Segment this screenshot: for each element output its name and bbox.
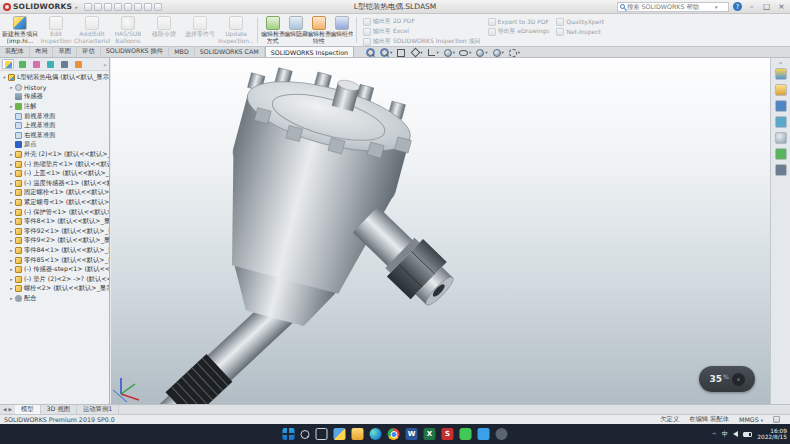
headsup-caret-icon[interactable]: ▾ — [469, 50, 471, 55]
headsup-tool-button[interactable] — [396, 48, 406, 57]
tree-item[interactable]: 传感器 — [0, 92, 109, 102]
taskbar-icon[interactable] — [301, 430, 310, 439]
command-tab[interactable]: 草图 — [53, 46, 77, 57]
command-tab[interactable]: SOLIDWORKS Inspection — [265, 46, 354, 57]
command-tab[interactable]: 评估 — [77, 46, 101, 57]
tree-expand-icon[interactable]: ▸ — [8, 286, 15, 291]
taskbar-icon[interactable] — [283, 428, 295, 440]
tree-item[interactable]: ▸ (-) 垫片 (2)<2> ->? (默认<<默认>_... — [0, 274, 109, 284]
tree-item[interactable]: ▸ 螺栓<2> (默认<<默认>_显示状态 — [0, 284, 109, 294]
tree-expand-icon[interactable]: ▸ — [8, 277, 15, 282]
taskbar-icon[interactable] — [352, 428, 364, 440]
document-tab[interactable]: 模型 — [15, 405, 41, 415]
tree-expand-icon[interactable]: ▸ — [8, 85, 15, 90]
taskpane-tab[interactable] — [775, 148, 787, 160]
help-button[interactable]: ? — [733, 2, 742, 11]
headsup-caret-icon[interactable]: ▾ — [437, 50, 439, 55]
tree-expand-icon[interactable]: ▸ — [8, 104, 15, 109]
headsup-tool-button[interactable] — [366, 48, 376, 57]
tree-item[interactable]: ▸ 外壳 (2)<1> (默认<<默认>_显示状态 — [0, 150, 109, 160]
tree-expand-icon[interactable]: ▸ — [8, 181, 15, 186]
tree-item[interactable]: ▸ 配合 — [0, 294, 109, 304]
tree-expand-icon[interactable]: ▸ — [8, 219, 15, 224]
tree-item[interactable]: 前视基准面 — [0, 111, 109, 121]
headsup-tool-button[interactable]: ▾ — [459, 48, 471, 57]
tree-expand-icon[interactable]: ▸ — [8, 152, 15, 157]
command-tab[interactable]: SOLIDWORKS 插件 — [101, 46, 169, 57]
export-button[interactable]: 输出至 SOLIDWORKS Inspection 项目 — [363, 37, 481, 46]
tree-item[interactable]: ▸ History — [0, 83, 109, 93]
tree-expand-icon[interactable]: ▸ — [8, 296, 15, 301]
tree-item[interactable]: ▸ 零件8<1> (默认<<默认>_显示状态 — [0, 217, 109, 227]
minimize-button[interactable]: – — [746, 2, 757, 11]
tree-expand-icon[interactable]: ▸ — [8, 267, 15, 272]
taskpane-tab[interactable] — [775, 84, 787, 96]
quick-access-icon[interactable] — [154, 3, 162, 11]
export-button[interactable]: 导出至 eDrawings — [488, 27, 550, 36]
ribbon-button[interactable]: 编辑隐藏 — [284, 15, 307, 45]
search-box[interactable]: ▾ — [617, 2, 729, 12]
tree-expand-icon[interactable]: ▸ — [8, 229, 15, 234]
ribbon-button[interactable]: 编辑检查 方式 — [261, 15, 284, 45]
tab-scroll-left-icon[interactable]: ◀ — [3, 407, 6, 412]
tree-item[interactable]: ▸ 零件92<1> (默认<<默认>_显... — [0, 227, 109, 237]
tree-expand-icon[interactable]: ▸ — [8, 162, 15, 167]
ribbon-button[interactable]: Add/Edit Characteristics — [74, 15, 110, 45]
status-pane-toggle-icon[interactable] — [773, 416, 780, 423]
tree-expand-icon[interactable]: ▸ — [8, 190, 15, 195]
panel-overflow-icon[interactable]: » — [103, 61, 107, 68]
tree-item[interactable]: 上视基准面 — [0, 121, 109, 131]
taskpane-collapse-icon[interactable]: « — [779, 59, 783, 66]
document-tab[interactable]: 3D 视图 — [41, 405, 77, 415]
command-tab[interactable]: SOLIDWORKS CAM — [195, 46, 265, 57]
command-tab[interactable]: 装配体 — [0, 46, 30, 57]
clock[interactable]: 16:09 2022/8/15 — [757, 428, 787, 441]
command-tab[interactable]: MBD — [169, 46, 195, 57]
volume-icon[interactable] — [733, 431, 738, 437]
taskbar-icon[interactable]: W — [406, 428, 418, 440]
tree-item[interactable]: ▸ 注解 — [0, 102, 109, 112]
ribbon-button[interactable]: 移除令牌 — [146, 15, 182, 45]
status-units[interactable]: MMGS ▾ — [739, 416, 763, 423]
ribbon-button[interactable]: HAS/SUB Balloons — [110, 15, 146, 45]
model-3d-thermocouple[interactable] — [111, 58, 770, 404]
tree-expand-icon[interactable]: ▾ — [1, 75, 8, 80]
taskbar-icon[interactable] — [334, 428, 346, 440]
export-button[interactable]: Export to 3D PDF — [488, 17, 550, 26]
graphics-viewport[interactable]: 35 % — [111, 58, 770, 404]
export-button[interactable]: 输出至 Excel — [363, 27, 481, 36]
ribbon-button[interactable]: 选择零件号 — [182, 15, 218, 45]
tree-item[interactable]: ▸ 紧定螺母<1> (默认<<默认>_显... — [0, 198, 109, 208]
export-button[interactable]: QualityXpert — [556, 17, 604, 26]
headsup-tool-button[interactable]: ▾ — [427, 48, 439, 57]
quick-access-icon[interactable] — [114, 3, 122, 11]
taskpane-tab[interactable] — [775, 68, 787, 80]
taskbar-icon[interactable] — [316, 428, 328, 440]
headsup-tool-button[interactable]: ▾ — [492, 48, 504, 57]
tree-item[interactable]: ▸ (-) 保护管<1> (默认<<默认>_显... — [0, 207, 109, 217]
panel-tab[interactable] — [30, 59, 42, 69]
quick-access-icon[interactable] — [134, 3, 142, 11]
panel-tab[interactable] — [16, 59, 28, 69]
tree-expand-icon[interactable]: ▸ — [8, 238, 15, 243]
headsup-caret-icon[interactable]: ▾ — [453, 50, 455, 55]
quick-access-icon[interactable] — [124, 3, 132, 11]
tree-item[interactable]: ▸ (-) 上盖<1> (默认<<默认>_显示... — [0, 169, 109, 179]
headsup-tool-button[interactable]: ▾ — [475, 48, 487, 57]
headsup-caret-icon[interactable]: ▾ — [502, 50, 504, 55]
panel-tab[interactable] — [44, 59, 56, 69]
command-tab[interactable]: 布局 — [30, 46, 54, 57]
menu-flyout-caret-icon[interactable]: ▸ — [75, 4, 78, 10]
headsup-caret-icon[interactable]: ▾ — [420, 50, 422, 55]
panel-tab[interactable] — [72, 59, 84, 69]
battery-icon[interactable] — [743, 432, 752, 437]
ribbon-button[interactable]: Update Inspection... — [218, 15, 254, 45]
tree-expand-icon[interactable]: ▸ — [8, 210, 15, 215]
headsup-tool-button[interactable]: ▾ — [508, 48, 520, 57]
tree-item[interactable]: ▸ (-) 温度传感器<1> (默认<<默... — [0, 179, 109, 189]
tree-item[interactable]: ▸ 固定螺栓<1> (默认<<默认>_显示状... — [0, 188, 109, 198]
ribbon-button[interactable]: 编辑检查 特性 — [307, 15, 330, 45]
tree-expand-icon[interactable]: ▸ — [8, 248, 15, 253]
panel-tab[interactable] — [2, 59, 14, 69]
quick-access-icon[interactable] — [144, 3, 152, 11]
